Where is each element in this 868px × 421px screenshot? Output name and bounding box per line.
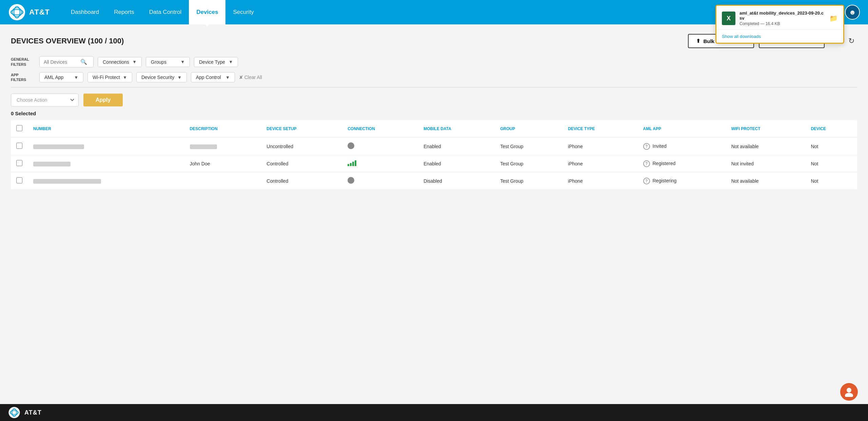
app-control-select[interactable]: App Control [196,75,223,80]
choose-action-select[interactable]: Choose Action [11,94,79,106]
cell-device: Not [805,155,857,172]
cell-connection [342,155,418,172]
action-row: Choose Action Apply [11,94,857,106]
connections-select[interactable]: Connections [103,59,130,65]
row-checkbox[interactable] [16,177,22,183]
user-avatar[interactable]: ☻ [845,5,860,20]
redacted-number [33,179,101,184]
nav-dashboard[interactable]: Dashboard [63,0,106,24]
app-filters-label: APPFILTERS [11,73,35,82]
nav-data-control[interactable]: Data Control [142,0,189,24]
logo-area: AT&T [8,3,50,21]
svg-point-4 [847,388,851,393]
col-connection: CONNECTION [342,120,418,137]
row-checkbox-cell [11,137,28,155]
upload-icon: ⬆ [696,38,701,44]
nav-reports[interactable]: Reports [106,0,142,24]
chat-avatar-button[interactable] [840,383,858,401]
cell-wifi-protect: Not available [726,137,806,155]
apply-button[interactable]: Apply [83,94,123,106]
cell-wifi-protect: Not available [726,172,806,190]
col-description: DESCRIPTION [184,120,261,137]
chevron-down-icon-4: ▼ [74,75,78,80]
page-title: DEVICES OVERVIEW (100 / 100) [11,37,688,45]
redacted-number [33,144,84,149]
cell-number [28,155,184,172]
cell-device-type: iPhone [563,172,638,190]
refresh-icon-button[interactable]: ↻ [846,35,857,47]
aml-question-icon: ? [643,178,650,184]
wifi-protect-select[interactable]: Wi-Fi Protect [93,75,120,80]
connections-filter[interactable]: Connections ▼ [98,57,142,67]
cell-description [184,137,261,155]
show-all-downloads-link[interactable]: Show all downloads [722,34,761,39]
col-device: DEVICE [805,120,857,137]
selected-count: 0 Selected [11,111,857,116]
cell-device: Not [805,172,857,190]
download-popup-header: X aml_at&t mobility_devices_2023-09-20.c… [716,6,843,29]
cell-aml-app: ? Registered [638,155,726,172]
download-filename: aml_at&t mobility_devices_2023-09-20.csv [739,11,825,21]
cell-number [28,172,184,190]
signal-bar-4 [355,160,356,166]
cell-connection [342,172,418,190]
footer-logo-text: AT&T [24,409,42,416]
search-icon: 🔍 [80,59,87,65]
table-row: Uncontrolled Enabled Test Group iPhone ?… [11,137,857,155]
chevron-down-icon-6: ▼ [177,75,182,80]
general-filters-row: GENERALFILTERS 🔍 Connections ▼ Groups ▼ … [11,56,857,67]
cell-group: Test Group [495,155,563,172]
folder-icon[interactable]: 📁 [829,14,838,22]
chat-person-icon [844,387,854,397]
download-info: aml_at&t mobility_devices_2023-09-20.csv… [739,11,825,26]
col-wifi-protect: WIFI PROTECT [726,120,806,137]
general-filters-label: GENERALFILTERS [11,57,35,67]
cell-device-setup: Controlled [261,155,342,172]
col-aml-app: AML APP [638,120,726,137]
chevron-down-icon-2: ▼ [180,59,185,64]
aml-app-select[interactable]: AML App [44,75,71,80]
row-checkbox-cell [11,155,28,172]
col-group: GROUP [495,120,563,137]
col-mobile-data: MOBILE DATA [418,120,495,137]
excel-icon: X [722,12,735,25]
chevron-down-icon-5: ▼ [123,75,127,80]
cell-mobile-data: Enabled [418,137,495,155]
cell-group: Test Group [495,172,563,190]
col-device-setup: DEVICE SETUP [261,120,342,137]
header-checkbox-cell [11,120,28,137]
connection-dot-gray [348,177,354,184]
cell-mobile-data: Enabled [418,155,495,172]
search-input[interactable] [44,59,78,65]
device-security-select[interactable]: Device Security [141,75,175,80]
cell-wifi-protect: Not invited [726,155,806,172]
device-type-select[interactable]: Device Type [199,59,226,65]
cell-description [184,172,261,190]
row-checkbox-cell [11,172,28,190]
select-all-checkbox[interactable] [16,125,22,131]
groups-select[interactable]: Groups [151,59,178,65]
aml-app-filter[interactable]: AML App ▼ [39,72,83,82]
device-security-filter[interactable]: Device Security ▼ [136,72,187,82]
nav-devices[interactable]: Devices [189,0,225,24]
device-type-filter[interactable]: Device Type ▼ [194,57,238,67]
clear-all-button[interactable]: ✘ Clear All [239,75,262,80]
redacted-number [33,162,71,166]
cell-connection [342,137,418,155]
cell-number [28,137,184,155]
top-navigation: AT&T Dashboard Reports Data Control Devi… [0,0,868,24]
app-control-filter[interactable]: App Control ▼ [191,72,235,82]
row-checkbox[interactable] [16,160,22,166]
signal-bar-1 [348,164,349,166]
wifi-protect-filter[interactable]: Wi-Fi Protect ▼ [87,72,132,82]
cell-aml-app: ? Registering [638,172,726,190]
search-filter[interactable]: 🔍 [39,56,94,67]
table-row: John Doe Controlled Enabled Test Group i… [11,155,857,172]
row-checkbox[interactable] [16,143,22,149]
cell-device-setup: Uncontrolled [261,137,342,155]
groups-filter[interactable]: Groups ▼ [146,57,190,67]
connection-dot-gray [348,142,354,149]
aml-question-icon: ? [643,160,650,167]
nav-security[interactable]: Security [225,0,261,24]
att-logo-icon [8,3,26,21]
